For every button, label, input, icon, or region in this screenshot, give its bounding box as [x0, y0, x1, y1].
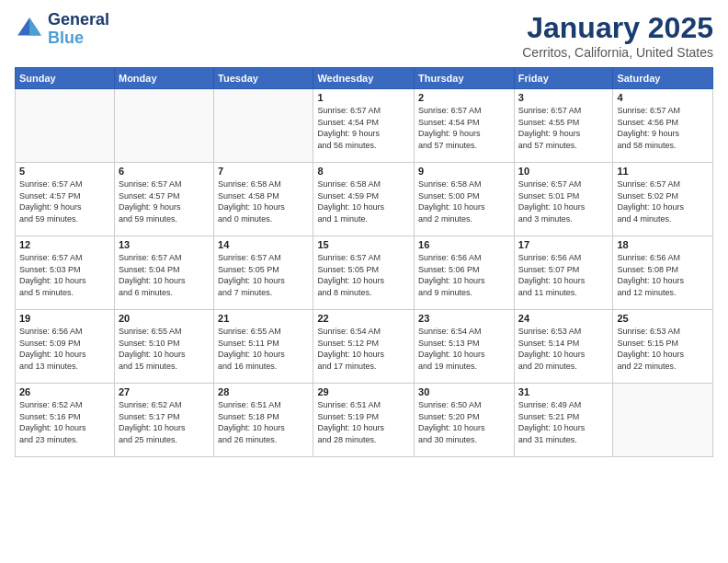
calendar-cell: 2Sunrise: 6:57 AM Sunset: 4:54 PM Daylig…: [415, 89, 515, 163]
calendar-cell: 26Sunrise: 6:52 AM Sunset: 5:16 PM Dayli…: [16, 384, 115, 457]
calendar-cell: 6Sunrise: 6:57 AM Sunset: 4:57 PM Daylig…: [114, 163, 213, 236]
calendar-cell: 12Sunrise: 6:57 AM Sunset: 5:03 PM Dayli…: [16, 236, 115, 310]
day-info: Sunrise: 6:56 AM Sunset: 5:07 PM Dayligh…: [518, 252, 609, 298]
col-sunday: Sunday: [16, 68, 115, 89]
col-friday: Friday: [514, 68, 613, 89]
day-number: 26: [19, 386, 110, 397]
day-info: Sunrise: 6:57 AM Sunset: 4:57 PM Dayligh…: [119, 178, 210, 224]
day-number: 3: [518, 92, 609, 103]
day-info: Sunrise: 6:52 AM Sunset: 5:17 PM Dayligh…: [119, 399, 210, 445]
day-info: Sunrise: 6:53 AM Sunset: 5:14 PM Dayligh…: [518, 326, 609, 372]
calendar-cell: 5Sunrise: 6:57 AM Sunset: 4:57 PM Daylig…: [16, 163, 115, 236]
col-wednesday: Wednesday: [313, 68, 415, 89]
day-number: 4: [617, 92, 709, 103]
day-number: 17: [518, 239, 609, 250]
col-monday: Monday: [114, 68, 213, 89]
day-info: Sunrise: 6:55 AM Sunset: 5:11 PM Dayligh…: [218, 326, 309, 372]
day-info: Sunrise: 6:57 AM Sunset: 5:01 PM Dayligh…: [518, 178, 609, 224]
day-number: 9: [418, 166, 510, 177]
calendar-cell: 30Sunrise: 6:50 AM Sunset: 5:20 PM Dayli…: [415, 384, 515, 457]
day-info: Sunrise: 6:53 AM Sunset: 5:15 PM Dayligh…: [617, 326, 709, 372]
day-number: 16: [418, 239, 510, 250]
calendar-cell: [114, 89, 213, 163]
day-info: Sunrise: 6:58 AM Sunset: 4:59 PM Dayligh…: [317, 178, 410, 224]
day-number: 14: [218, 239, 309, 250]
calendar-week-row: 26Sunrise: 6:52 AM Sunset: 5:16 PM Dayli…: [16, 384, 713, 457]
day-info: Sunrise: 6:49 AM Sunset: 5:21 PM Dayligh…: [518, 399, 609, 445]
day-number: 20: [119, 313, 210, 324]
calendar-cell: 10Sunrise: 6:57 AM Sunset: 5:01 PM Dayli…: [514, 163, 613, 236]
day-number: 31: [518, 386, 609, 397]
day-number: 8: [317, 166, 410, 177]
calendar-cell: [16, 89, 115, 163]
calendar-cell: 22Sunrise: 6:54 AM Sunset: 5:12 PM Dayli…: [313, 310, 415, 384]
day-number: 21: [218, 313, 309, 324]
day-number: 22: [317, 313, 410, 324]
page: General Blue January 2025 Cerritos, Cali…: [0, 0, 728, 563]
calendar-cell: 17Sunrise: 6:56 AM Sunset: 5:07 PM Dayli…: [514, 236, 613, 310]
day-number: 5: [19, 166, 110, 177]
calendar-week-row: 19Sunrise: 6:56 AM Sunset: 5:09 PM Dayli…: [16, 310, 713, 384]
day-info: Sunrise: 6:58 AM Sunset: 5:00 PM Dayligh…: [418, 178, 510, 224]
col-saturday: Saturday: [613, 68, 713, 89]
logo-icon: [15, 15, 44, 44]
calendar-cell: 16Sunrise: 6:56 AM Sunset: 5:06 PM Dayli…: [415, 236, 515, 310]
day-number: 11: [617, 166, 709, 177]
calendar-cell: 15Sunrise: 6:57 AM Sunset: 5:05 PM Dayli…: [313, 236, 415, 310]
day-number: 29: [317, 386, 410, 397]
day-number: 15: [317, 239, 410, 250]
day-number: 25: [617, 313, 709, 324]
calendar-cell: 28Sunrise: 6:51 AM Sunset: 5:18 PM Dayli…: [214, 384, 313, 457]
day-info: Sunrise: 6:54 AM Sunset: 5:13 PM Dayligh…: [418, 326, 510, 372]
calendar-cell: 31Sunrise: 6:49 AM Sunset: 5:21 PM Dayli…: [514, 384, 613, 457]
calendar-cell: 29Sunrise: 6:51 AM Sunset: 5:19 PM Dayli…: [313, 384, 415, 457]
col-thursday: Thursday: [415, 68, 515, 89]
day-info: Sunrise: 6:57 AM Sunset: 4:55 PM Dayligh…: [518, 105, 609, 151]
day-number: 27: [119, 386, 210, 397]
day-number: 23: [418, 313, 510, 324]
calendar-cell: 14Sunrise: 6:57 AM Sunset: 5:05 PM Dayli…: [214, 236, 313, 310]
day-info: Sunrise: 6:57 AM Sunset: 4:56 PM Dayligh…: [617, 105, 709, 151]
calendar-cell: 24Sunrise: 6:53 AM Sunset: 5:14 PM Dayli…: [514, 310, 613, 384]
logo-text: General Blue: [48, 11, 109, 48]
day-number: 19: [19, 313, 110, 324]
day-info: Sunrise: 6:57 AM Sunset: 5:05 PM Dayligh…: [317, 252, 410, 298]
day-info: Sunrise: 6:57 AM Sunset: 4:57 PM Dayligh…: [19, 178, 110, 224]
col-tuesday: Tuesday: [214, 68, 313, 89]
calendar-cell: 4Sunrise: 6:57 AM Sunset: 4:56 PM Daylig…: [613, 89, 713, 163]
day-info: Sunrise: 6:57 AM Sunset: 4:54 PM Dayligh…: [418, 105, 510, 151]
day-info: Sunrise: 6:58 AM Sunset: 4:58 PM Dayligh…: [218, 178, 309, 224]
calendar-cell: 27Sunrise: 6:52 AM Sunset: 5:17 PM Dayli…: [114, 384, 213, 457]
calendar-week-row: 1Sunrise: 6:57 AM Sunset: 4:54 PM Daylig…: [16, 89, 713, 163]
day-number: 2: [418, 92, 510, 103]
day-info: Sunrise: 6:51 AM Sunset: 5:18 PM Dayligh…: [218, 399, 309, 445]
day-number: 28: [218, 386, 309, 397]
calendar-cell: 18Sunrise: 6:56 AM Sunset: 5:08 PM Dayli…: [613, 236, 713, 310]
day-number: 7: [218, 166, 309, 177]
calendar-cell: 11Sunrise: 6:57 AM Sunset: 5:02 PM Dayli…: [613, 163, 713, 236]
day-info: Sunrise: 6:57 AM Sunset: 5:03 PM Dayligh…: [19, 252, 110, 298]
main-title: January 2025: [522, 11, 713, 45]
calendar-header-row: Sunday Monday Tuesday Wednesday Thursday…: [16, 68, 713, 89]
day-info: Sunrise: 6:55 AM Sunset: 5:10 PM Dayligh…: [119, 326, 210, 372]
calendar-cell: 20Sunrise: 6:55 AM Sunset: 5:10 PM Dayli…: [114, 310, 213, 384]
calendar-week-row: 5Sunrise: 6:57 AM Sunset: 4:57 PM Daylig…: [16, 163, 713, 236]
calendar-cell: 3Sunrise: 6:57 AM Sunset: 4:55 PM Daylig…: [514, 89, 613, 163]
day-info: Sunrise: 6:56 AM Sunset: 5:09 PM Dayligh…: [19, 326, 110, 372]
header: General Blue January 2025 Cerritos, Cali…: [15, 11, 713, 60]
day-info: Sunrise: 6:57 AM Sunset: 5:04 PM Dayligh…: [119, 252, 210, 298]
day-number: 10: [518, 166, 609, 177]
day-number: 18: [617, 239, 709, 250]
calendar-cell: 7Sunrise: 6:58 AM Sunset: 4:58 PM Daylig…: [214, 163, 313, 236]
day-number: 30: [418, 386, 510, 397]
calendar-cell: [613, 384, 713, 457]
day-info: Sunrise: 6:57 AM Sunset: 4:54 PM Dayligh…: [317, 105, 410, 151]
day-info: Sunrise: 6:51 AM Sunset: 5:19 PM Dayligh…: [317, 399, 410, 445]
calendar-cell: [214, 89, 313, 163]
calendar-cell: 25Sunrise: 6:53 AM Sunset: 5:15 PM Dayli…: [613, 310, 713, 384]
day-number: 6: [119, 166, 210, 177]
calendar-week-row: 12Sunrise: 6:57 AM Sunset: 5:03 PM Dayli…: [16, 236, 713, 310]
day-info: Sunrise: 6:56 AM Sunset: 5:06 PM Dayligh…: [418, 252, 510, 298]
day-number: 12: [19, 239, 110, 250]
calendar-table: Sunday Monday Tuesday Wednesday Thursday…: [15, 67, 713, 457]
